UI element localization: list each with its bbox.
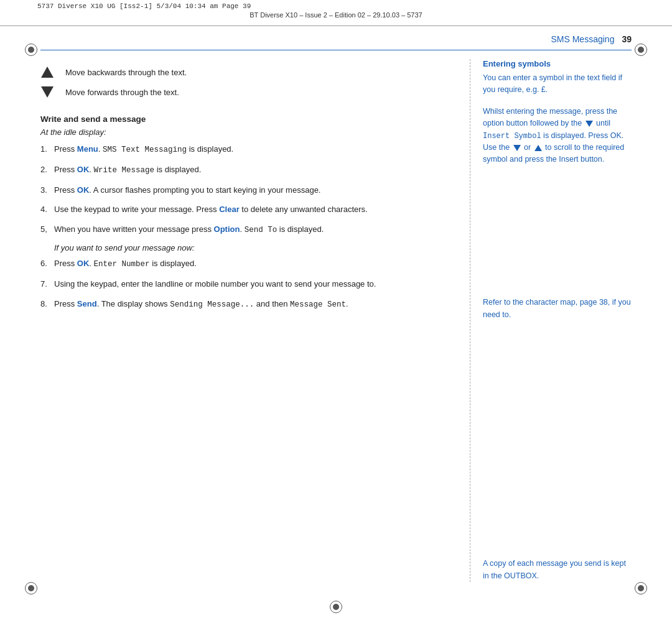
down-arrow-icon <box>40 85 54 99</box>
step-6-number: 6. <box>40 257 54 270</box>
step-8: 8. Press Send. The display shows Sending… <box>40 298 457 311</box>
step-3-content: Press OK. A cursor flashes prompting you… <box>54 184 457 196</box>
step-5: 5, When you have written your message pr… <box>40 223 457 236</box>
inline-tri-down-icon-2 <box>513 145 521 151</box>
reg-mark-bottom-left <box>25 582 37 594</box>
right-spacer-1 <box>483 178 632 297</box>
header-top-line: 5737 Diverse X10 UG [Iss2-1] 5/3/04 10:3… <box>0 0 672 10</box>
step-8-mono2: Message Sent <box>290 300 346 309</box>
step-4-number: 4. <box>40 203 54 216</box>
page-number: 39 <box>622 34 632 44</box>
reg-mark-bottom-center <box>330 601 342 613</box>
step-8-send: Send <box>77 299 97 308</box>
step-2: 2. Press OK. Write Message is displayed. <box>40 164 457 177</box>
triangle-down-shape <box>41 86 54 98</box>
steps-list-2: 6. Press OK. Enter Number is displayed. … <box>40 257 457 310</box>
step-4-content: Use the keypad to write your message. Pr… <box>54 203 457 216</box>
step-8-mono1: Sending Message... <box>170 300 254 309</box>
page-title-area: SMS Messaging 39 <box>551 34 632 44</box>
step-1-content: Press Menu. SMS Text Messaging is displa… <box>54 143 457 156</box>
right-spacer-3 <box>483 440 632 558</box>
step-8-content: Press Send. The display shows Sending Me… <box>54 298 457 311</box>
step-6-content: Press OK. Enter Number is displayed. <box>54 257 457 270</box>
reg-mark-top-right <box>635 44 647 56</box>
steps-list: 1. Press Menu. SMS Text Messaging is dis… <box>40 143 457 236</box>
up-arrow-icon <box>40 65 54 79</box>
entering-symbols-section: Entering symbols You can enter a symbol … <box>483 59 632 166</box>
header-sub-line: BT Diverse X10 – Issue 2 – Edition 02 – … <box>0 10 672 19</box>
copy-note-text: A copy of each message you send is kept … <box>483 559 626 580</box>
right-spacer-2 <box>483 321 632 440</box>
step-3-number: 3. <box>40 184 54 196</box>
section-heading: Write and send a message <box>40 114 457 124</box>
entering-symbols-text1: You can enter a symbol in the text field… <box>483 72 632 96</box>
copy-note: A copy of each message you send is kept … <box>483 558 632 582</box>
step-6: 6. Press OK. Enter Number is displayed. <box>40 257 457 270</box>
page-container: 5737 Diverse X10 UG [Iss2-1] 5/3/04 10:3… <box>0 0 672 638</box>
step-2-mono: Write Message <box>94 166 155 175</box>
refer-note: Refer to the character map, page 38, if … <box>483 297 632 321</box>
sub-italic-label: If you want to send your message now: <box>54 243 457 252</box>
step-4-clear: Clear <box>219 205 240 214</box>
header-bar: 5737 Diverse X10 UG [Iss2-1] 5/3/04 10:3… <box>0 0 672 26</box>
entering-symbols-text2: Whilst entering the message, press the o… <box>483 106 632 166</box>
step-8-number: 8. <box>40 298 54 310</box>
step-2-content: Press OK. Write Message is displayed. <box>54 164 457 177</box>
nav-icon-up-row: Move backwards through the text. <box>40 65 457 79</box>
step-4: 4. Use the keypad to write your message.… <box>40 203 457 216</box>
step-3: 3. Press OK. A cursor flashes prompting … <box>40 184 457 196</box>
step-7: 7. Using the keypad, enter the landline … <box>40 278 457 290</box>
nav-icon-down-row: Move forwards through the text. <box>40 85 457 99</box>
italic-label: At the idle display: <box>40 127 457 137</box>
step-5-mono: Send To <box>245 226 278 234</box>
nav-icons-section: Move backwards through the text. Move fo… <box>40 65 457 99</box>
title-divider <box>40 50 632 50</box>
step-1: 1. Press Menu. SMS Text Messaging is dis… <box>40 143 457 156</box>
step-5-option: Option <box>214 224 240 234</box>
step-7-number: 7. <box>40 278 54 290</box>
page-title: SMS Messaging <box>551 34 614 44</box>
step-1-menu: Menu <box>77 144 98 154</box>
refer-note-text: Refer to the character map, page 38, if … <box>483 298 631 318</box>
entering-symbols-title: Entering symbols <box>483 59 632 68</box>
step-2-number: 2. <box>40 164 54 176</box>
step-2-ok: OK <box>77 165 90 174</box>
inline-tri-down-icon <box>586 121 593 127</box>
triangle-up-shape <box>41 67 54 78</box>
step-6-mono: Enter Number <box>94 260 150 269</box>
left-column: Move backwards through the text. Move fo… <box>40 59 470 582</box>
step-5-number: 5, <box>40 223 54 236</box>
step-6-ok: OK <box>77 259 90 268</box>
step-5-content: When you have written your message press… <box>54 223 457 236</box>
step-3-ok: OK <box>77 185 90 195</box>
reg-mark-top-left <box>25 44 37 56</box>
main-content: Move backwards through the text. Move fo… <box>40 59 632 582</box>
insert-symbol-mono: Insert Symbol <box>483 132 541 141</box>
inline-tri-up-icon <box>534 145 542 151</box>
right-column: Entering symbols You can enter a symbol … <box>470 59 632 582</box>
nav-down-label: Move forwards through the text. <box>65 88 179 97</box>
step-1-number: 1. <box>40 143 54 155</box>
step-1-mono: SMS Text Messaging <box>103 146 187 154</box>
nav-up-label: Move backwards through the text. <box>65 68 187 77</box>
reg-mark-bottom-right <box>635 582 647 594</box>
step-7-content: Using the keypad, enter the landline or … <box>54 278 457 290</box>
